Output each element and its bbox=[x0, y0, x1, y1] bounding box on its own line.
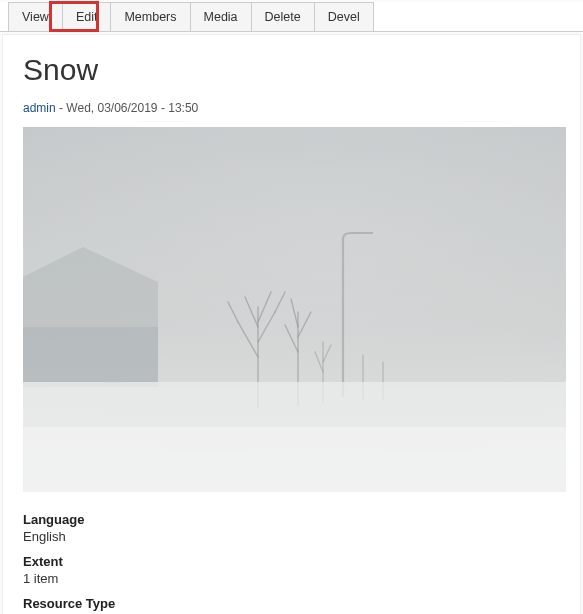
byline-sep: - bbox=[56, 101, 67, 115]
tab-members[interactable]: Members bbox=[110, 2, 190, 31]
tab-view[interactable]: View bbox=[8, 2, 63, 31]
tab-edit[interactable]: Edit bbox=[62, 2, 112, 31]
svg-rect-24 bbox=[23, 127, 566, 492]
resource-type-label: Resource Type bbox=[23, 596, 560, 611]
page-title: Snow bbox=[23, 53, 560, 87]
tab-bar: View Edit Members Media Delete Devel bbox=[0, 2, 583, 32]
extent-label: Extent bbox=[23, 554, 560, 569]
language-value: English bbox=[23, 529, 560, 544]
featured-image bbox=[23, 127, 566, 492]
tab-devel[interactable]: Devel bbox=[314, 2, 374, 31]
author-link[interactable]: admin bbox=[23, 101, 56, 115]
byline-date: Wed, 03/06/2019 - 13:50 bbox=[66, 101, 198, 115]
tab-media[interactable]: Media bbox=[190, 2, 252, 31]
extent-value: 1 item bbox=[23, 571, 560, 586]
content-region: Snow admin - Wed, 03/06/2019 - 13:50 bbox=[2, 34, 581, 614]
byline: admin - Wed, 03/06/2019 - 13:50 bbox=[23, 101, 560, 115]
language-label: Language bbox=[23, 512, 560, 527]
tab-delete[interactable]: Delete bbox=[251, 2, 315, 31]
